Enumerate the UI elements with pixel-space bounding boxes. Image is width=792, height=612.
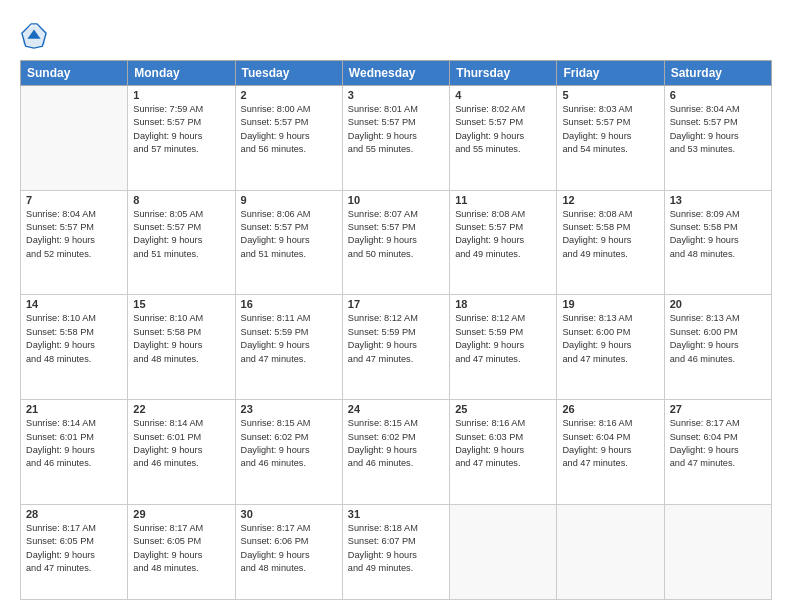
- day-number: 18: [455, 298, 551, 310]
- day-number: 15: [133, 298, 229, 310]
- header: [20, 18, 772, 50]
- calendar-cell: 24Sunrise: 8:15 AMSunset: 6:02 PMDayligh…: [342, 400, 449, 505]
- day-number: 19: [562, 298, 658, 310]
- day-number: 17: [348, 298, 444, 310]
- day-number: 6: [670, 89, 766, 101]
- day-info: Sunrise: 8:12 AMSunset: 5:59 PMDaylight:…: [348, 312, 444, 365]
- calendar-cell: 20Sunrise: 8:13 AMSunset: 6:00 PMDayligh…: [664, 295, 771, 400]
- day-info: Sunrise: 8:00 AMSunset: 5:57 PMDaylight:…: [241, 103, 337, 156]
- day-info: Sunrise: 8:06 AMSunset: 5:57 PMDaylight:…: [241, 208, 337, 261]
- day-info: Sunrise: 8:04 AMSunset: 5:57 PMDaylight:…: [670, 103, 766, 156]
- day-number: 28: [26, 508, 122, 520]
- page: SundayMondayTuesdayWednesdayThursdayFrid…: [0, 0, 792, 612]
- calendar-week-row-4: 21Sunrise: 8:14 AMSunset: 6:01 PMDayligh…: [21, 400, 772, 505]
- day-info: Sunrise: 8:01 AMSunset: 5:57 PMDaylight:…: [348, 103, 444, 156]
- calendar-header-monday: Monday: [128, 61, 235, 86]
- day-info: Sunrise: 8:12 AMSunset: 5:59 PMDaylight:…: [455, 312, 551, 365]
- calendar-cell: 29Sunrise: 8:17 AMSunset: 6:05 PMDayligh…: [128, 504, 235, 599]
- calendar-cell: 12Sunrise: 8:08 AMSunset: 5:58 PMDayligh…: [557, 190, 664, 295]
- day-number: 13: [670, 194, 766, 206]
- day-info: Sunrise: 7:59 AMSunset: 5:57 PMDaylight:…: [133, 103, 229, 156]
- calendar-cell: 19Sunrise: 8:13 AMSunset: 6:00 PMDayligh…: [557, 295, 664, 400]
- day-number: 12: [562, 194, 658, 206]
- day-number: 23: [241, 403, 337, 415]
- calendar-header-row: SundayMondayTuesdayWednesdayThursdayFrid…: [21, 61, 772, 86]
- day-info: Sunrise: 8:15 AMSunset: 6:02 PMDaylight:…: [348, 417, 444, 470]
- day-info: Sunrise: 8:03 AMSunset: 5:57 PMDaylight:…: [562, 103, 658, 156]
- calendar-cell: 11Sunrise: 8:08 AMSunset: 5:57 PMDayligh…: [450, 190, 557, 295]
- calendar-cell: 25Sunrise: 8:16 AMSunset: 6:03 PMDayligh…: [450, 400, 557, 505]
- calendar-cell: 26Sunrise: 8:16 AMSunset: 6:04 PMDayligh…: [557, 400, 664, 505]
- day-info: Sunrise: 8:07 AMSunset: 5:57 PMDaylight:…: [348, 208, 444, 261]
- calendar-cell: 2Sunrise: 8:00 AMSunset: 5:57 PMDaylight…: [235, 86, 342, 191]
- day-number: 27: [670, 403, 766, 415]
- calendar-cell: 8Sunrise: 8:05 AMSunset: 5:57 PMDaylight…: [128, 190, 235, 295]
- calendar-cell: 17Sunrise: 8:12 AMSunset: 5:59 PMDayligh…: [342, 295, 449, 400]
- calendar-cell: 23Sunrise: 8:15 AMSunset: 6:02 PMDayligh…: [235, 400, 342, 505]
- day-number: 20: [670, 298, 766, 310]
- logo: [20, 22, 52, 50]
- calendar-week-row-3: 14Sunrise: 8:10 AMSunset: 5:58 PMDayligh…: [21, 295, 772, 400]
- day-info: Sunrise: 8:05 AMSunset: 5:57 PMDaylight:…: [133, 208, 229, 261]
- day-info: Sunrise: 8:08 AMSunset: 5:57 PMDaylight:…: [455, 208, 551, 261]
- calendar-week-row-2: 7Sunrise: 8:04 AMSunset: 5:57 PMDaylight…: [21, 190, 772, 295]
- day-number: 1: [133, 89, 229, 101]
- day-info: Sunrise: 8:13 AMSunset: 6:00 PMDaylight:…: [562, 312, 658, 365]
- calendar-cell: 1Sunrise: 7:59 AMSunset: 5:57 PMDaylight…: [128, 86, 235, 191]
- calendar-cell: 3Sunrise: 8:01 AMSunset: 5:57 PMDaylight…: [342, 86, 449, 191]
- day-number: 14: [26, 298, 122, 310]
- calendar-cell: 30Sunrise: 8:17 AMSunset: 6:06 PMDayligh…: [235, 504, 342, 599]
- calendar-header-sunday: Sunday: [21, 61, 128, 86]
- day-number: 26: [562, 403, 658, 415]
- day-number: 21: [26, 403, 122, 415]
- day-info: Sunrise: 8:14 AMSunset: 6:01 PMDaylight:…: [133, 417, 229, 470]
- calendar-header-friday: Friday: [557, 61, 664, 86]
- logo-icon: [20, 22, 48, 50]
- day-info: Sunrise: 8:11 AMSunset: 5:59 PMDaylight:…: [241, 312, 337, 365]
- calendar-cell: [21, 86, 128, 191]
- calendar-cell: 18Sunrise: 8:12 AMSunset: 5:59 PMDayligh…: [450, 295, 557, 400]
- calendar-cell: 31Sunrise: 8:18 AMSunset: 6:07 PMDayligh…: [342, 504, 449, 599]
- calendar-cell: [557, 504, 664, 599]
- calendar-week-row-1: 1Sunrise: 7:59 AMSunset: 5:57 PMDaylight…: [21, 86, 772, 191]
- calendar-cell: [664, 504, 771, 599]
- calendar-table: SundayMondayTuesdayWednesdayThursdayFrid…: [20, 60, 772, 600]
- day-number: 3: [348, 89, 444, 101]
- day-info: Sunrise: 8:16 AMSunset: 6:04 PMDaylight:…: [562, 417, 658, 470]
- day-number: 9: [241, 194, 337, 206]
- day-info: Sunrise: 8:17 AMSunset: 6:05 PMDaylight:…: [26, 522, 122, 575]
- calendar-cell: 5Sunrise: 8:03 AMSunset: 5:57 PMDaylight…: [557, 86, 664, 191]
- day-info: Sunrise: 8:02 AMSunset: 5:57 PMDaylight:…: [455, 103, 551, 156]
- calendar-cell: [450, 504, 557, 599]
- calendar-cell: 9Sunrise: 8:06 AMSunset: 5:57 PMDaylight…: [235, 190, 342, 295]
- calendar-cell: 15Sunrise: 8:10 AMSunset: 5:58 PMDayligh…: [128, 295, 235, 400]
- calendar-cell: 10Sunrise: 8:07 AMSunset: 5:57 PMDayligh…: [342, 190, 449, 295]
- day-info: Sunrise: 8:10 AMSunset: 5:58 PMDaylight:…: [26, 312, 122, 365]
- calendar-cell: 4Sunrise: 8:02 AMSunset: 5:57 PMDaylight…: [450, 86, 557, 191]
- day-info: Sunrise: 8:13 AMSunset: 6:00 PMDaylight:…: [670, 312, 766, 365]
- day-number: 24: [348, 403, 444, 415]
- day-info: Sunrise: 8:08 AMSunset: 5:58 PMDaylight:…: [562, 208, 658, 261]
- day-number: 10: [348, 194, 444, 206]
- day-number: 25: [455, 403, 551, 415]
- day-info: Sunrise: 8:15 AMSunset: 6:02 PMDaylight:…: [241, 417, 337, 470]
- day-number: 29: [133, 508, 229, 520]
- day-info: Sunrise: 8:17 AMSunset: 6:04 PMDaylight:…: [670, 417, 766, 470]
- calendar-cell: 21Sunrise: 8:14 AMSunset: 6:01 PMDayligh…: [21, 400, 128, 505]
- calendar-header-thursday: Thursday: [450, 61, 557, 86]
- calendar-cell: 6Sunrise: 8:04 AMSunset: 5:57 PMDaylight…: [664, 86, 771, 191]
- day-info: Sunrise: 8:04 AMSunset: 5:57 PMDaylight:…: [26, 208, 122, 261]
- calendar-header-saturday: Saturday: [664, 61, 771, 86]
- day-info: Sunrise: 8:10 AMSunset: 5:58 PMDaylight:…: [133, 312, 229, 365]
- day-number: 16: [241, 298, 337, 310]
- day-info: Sunrise: 8:17 AMSunset: 6:05 PMDaylight:…: [133, 522, 229, 575]
- calendar-cell: 7Sunrise: 8:04 AMSunset: 5:57 PMDaylight…: [21, 190, 128, 295]
- calendar-cell: 27Sunrise: 8:17 AMSunset: 6:04 PMDayligh…: [664, 400, 771, 505]
- day-number: 11: [455, 194, 551, 206]
- day-number: 2: [241, 89, 337, 101]
- calendar-header-tuesday: Tuesday: [235, 61, 342, 86]
- day-info: Sunrise: 8:17 AMSunset: 6:06 PMDaylight:…: [241, 522, 337, 575]
- calendar-cell: 28Sunrise: 8:17 AMSunset: 6:05 PMDayligh…: [21, 504, 128, 599]
- day-info: Sunrise: 8:18 AMSunset: 6:07 PMDaylight:…: [348, 522, 444, 575]
- calendar-cell: 22Sunrise: 8:14 AMSunset: 6:01 PMDayligh…: [128, 400, 235, 505]
